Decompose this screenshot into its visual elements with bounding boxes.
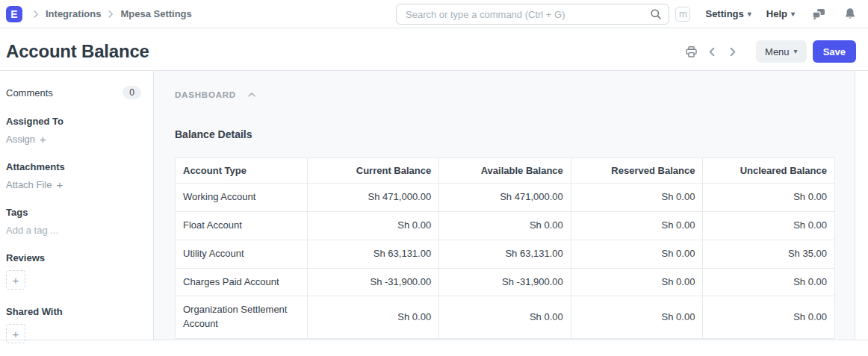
table-row: Working AccountSh 471,000.00Sh 471,000.0… — [176, 184, 835, 212]
column-header: Available Balance — [439, 158, 571, 184]
balance-cell: Sh 0.00 — [703, 296, 835, 339]
previous-record-icon[interactable] — [705, 45, 719, 59]
balance-cell: Sh 35.00 — [703, 240, 835, 268]
balance-table-head-row: Account TypeCurrent BalanceAvailable Bal… — [176, 158, 835, 184]
global-search — [396, 4, 669, 25]
column-header: Reserved Balance — [571, 158, 703, 184]
balance-cell: Sh 0.00 — [571, 211, 703, 240]
balance-cell: Sh 0.00 — [307, 211, 439, 240]
column-header: Current Balance — [307, 158, 439, 184]
notifications-bell-icon[interactable] — [843, 6, 858, 22]
balance-cell: Sh 0.00 — [439, 211, 571, 240]
comments-count-badge: 0 — [123, 86, 141, 99]
attachments-label: Attachments — [6, 161, 141, 172]
balance-cell: Sh 471,000.00 — [307, 184, 439, 212]
sidebar-attachments-section: Attachments Attach File + — [6, 161, 141, 190]
user-avatar[interactable]: m — [675, 7, 690, 22]
balance-cell: Sh 63,131.00 — [307, 240, 439, 268]
table-row: Utility AccountSh 63,131.00Sh 63,131.00S… — [176, 240, 835, 268]
column-header: Account Type — [176, 158, 308, 184]
tags-label: Tags — [6, 207, 141, 218]
assigned-to-label: Assigned To — [6, 116, 141, 127]
caret-down-icon: ▾ — [748, 10, 751, 18]
balance-cell: Sh -31,900.00 — [439, 268, 571, 296]
breadcrumb-mpesa-settings[interactable]: Mpesa Settings — [120, 8, 191, 19]
chevron-right-icon — [31, 9, 41, 19]
balance-cell: Sh 0.00 — [703, 184, 835, 212]
form-sidebar: Comments 0 Assigned To Assign + Attachme… — [0, 71, 153, 340]
account-type-cell: Working Account — [176, 184, 308, 212]
menu-button-label: Menu — [765, 46, 790, 57]
assign-button[interactable]: Assign + — [6, 134, 46, 145]
attach-file-label: Attach File — [6, 179, 52, 190]
share-button[interactable]: + — [6, 324, 25, 343]
sidebar-tags-section: Tags Add a tag ... — [6, 207, 141, 236]
plus-icon: + — [56, 179, 63, 190]
search-icon — [650, 8, 662, 20]
column-header: Uncleared Balance — [703, 158, 835, 184]
form-page-body: Comments 0 Assigned To Assign + Attachme… — [0, 70, 868, 340]
app-logo[interactable]: E — [6, 6, 22, 22]
settings-menu[interactable]: Settings ▾ — [705, 8, 751, 19]
dashboard-section-toggle[interactable]: DASHBOARD — [175, 90, 834, 100]
navbar-right: m Settings ▾ Help ▾ — [675, 6, 858, 22]
plus-icon: + — [40, 134, 46, 145]
page-actions: Menu ▾ Save — [683, 40, 856, 63]
sidebar-reviews-section: Reviews + — [6, 252, 141, 290]
avatar-letter: m — [679, 8, 687, 19]
assign-label: Assign — [6, 134, 35, 145]
caret-down-icon: ▾ — [794, 48, 798, 55]
sidebar-comments[interactable]: Comments 0 — [6, 86, 141, 99]
plus-icon: + — [13, 275, 19, 286]
settings-label: Settings — [705, 8, 743, 19]
balance-cell: Sh 471,000.00 — [439, 184, 571, 212]
chevron-right-icon — [105, 9, 116, 19]
balance-details-heading: Balance Details — [175, 128, 834, 140]
save-button[interactable]: Save — [813, 40, 856, 63]
form-main: DASHBOARD Balance Details Account TypeCu… — [153, 71, 855, 340]
dashboard-label: DASHBOARD — [175, 90, 236, 99]
help-menu[interactable]: Help ▾ — [766, 8, 795, 19]
page-head: Account Balance Menu ▾ Save — [0, 28, 868, 70]
balance-table-body: Working AccountSh 471,000.00Sh 471,000.0… — [176, 184, 835, 339]
plus-icon: + — [13, 328, 19, 340]
balance-cell: Sh 0.00 — [571, 296, 703, 339]
balance-cell: Sh 0.00 — [571, 184, 703, 212]
sidebar-shared-with-section: Shared With + — [6, 306, 141, 343]
balance-cell: Sh 0.00 — [571, 240, 703, 268]
help-label: Help — [766, 8, 787, 19]
balance-cell: Sh 0.00 — [703, 211, 835, 240]
balance-cell: Sh 0.00 — [439, 296, 571, 339]
breadcrumb-integrations[interactable]: Integrations — [46, 8, 101, 19]
table-row: Organization Settlement AccountSh 0.00Sh… — [176, 296, 835, 339]
reviews-label: Reviews — [6, 252, 141, 263]
add-review-button[interactable]: + — [6, 270, 25, 290]
print-icon[interactable] — [683, 44, 699, 60]
account-type-cell: Organization Settlement Account — [176, 296, 308, 339]
comments-label: Comments — [6, 87, 53, 99]
attach-file-button[interactable]: Attach File + — [6, 179, 63, 190]
right-gutter — [855, 71, 868, 340]
chat-icon[interactable] — [810, 6, 828, 22]
add-tag-input[interactable]: Add a tag ... — [6, 225, 58, 236]
app-logo-letter: E — [10, 8, 17, 20]
balance-cell: Sh -31,900.00 — [307, 268, 439, 296]
balance-details-table: Account TypeCurrent BalanceAvailable Bal… — [175, 157, 835, 339]
breadcrumb: Integrations Mpesa Settings — [28, 8, 194, 19]
account-type-cell: Float Account — [176, 211, 308, 240]
balance-cell: Sh 63,131.00 — [439, 240, 571, 268]
account-type-cell: Utility Account — [176, 240, 308, 268]
shared-with-label: Shared With — [6, 306, 141, 317]
search-input[interactable] — [396, 4, 669, 25]
navbar: E Integrations Mpesa Settings m Settings… — [0, 0, 868, 28]
page-title: Account Balance — [6, 41, 149, 62]
caret-down-icon: ▾ — [791, 10, 795, 18]
table-row: Charges Paid AccountSh -31,900.00Sh -31,… — [176, 268, 835, 296]
menu-button[interactable]: Menu ▾ — [756, 40, 807, 63]
balance-cell: Sh 0.00 — [571, 268, 703, 296]
next-record-icon[interactable] — [725, 45, 740, 59]
sidebar-assigned-to-section: Assigned To Assign + — [6, 116, 141, 145]
account-type-cell: Charges Paid Account — [176, 268, 308, 296]
balance-cell: Sh 0.00 — [307, 296, 439, 339]
balance-cell: Sh 0.00 — [703, 268, 835, 296]
